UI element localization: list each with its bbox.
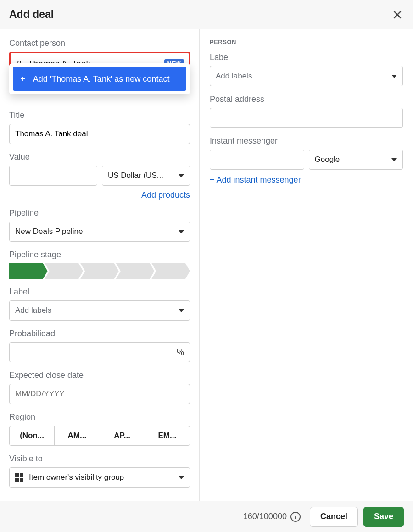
contact-suggestion-dropdown: + Add 'Thomas A. Tank' as new contact [9,63,190,94]
info-icon[interactable]: i [290,512,301,522]
visible-to-select[interactable]: Item owner's visibility group [9,467,190,488]
chevron-down-icon [179,230,184,233]
chevron-down-icon [179,309,184,312]
section-divider [242,42,403,42]
modal-title: Add deal [9,8,54,21]
pipeline-stage-label: Pipeline stage [9,250,190,260]
probability-input[interactable]: % [9,342,190,362]
im-value-input[interactable] [210,150,304,170]
region-option-ap[interactable]: AP... [100,426,145,446]
add-products-link[interactable]: Add products [141,190,190,200]
person-label-label: Label [210,53,403,62]
postal-address-field[interactable] [216,113,397,122]
instant-messenger-label: Instant messenger [210,136,403,146]
character-counter: 160/100000 i [243,512,301,522]
chevron-down-icon [179,174,184,177]
stage-2[interactable] [45,263,84,279]
probability-field[interactable] [15,348,177,357]
stage-4[interactable] [116,263,155,279]
expected-close-field[interactable] [15,389,184,399]
contact-person-label: Contact person [9,39,190,48]
deal-label-placeholder: Add labels [15,306,51,315]
currency-select[interactable]: US Dollar (US... [102,166,190,186]
im-type-select[interactable]: Google [309,150,403,170]
left-column: Contact person Thomas A. Tank NEW + Add … [0,29,200,501]
value-label: Value [9,152,190,162]
chevron-down-icon [179,476,184,479]
plus-icon: + [20,74,26,84]
postal-address-label: Postal address [210,94,403,104]
pipeline-stage-selector[interactable] [9,263,190,279]
expected-close-input[interactable] [9,384,190,404]
add-new-contact-option[interactable]: + Add 'Thomas A. Tank' as new contact [13,67,186,91]
percent-suffix: % [177,348,184,357]
probability-label: Probabilidad [9,329,190,338]
region-label: Region [9,412,190,422]
chevron-down-icon [391,158,397,161]
deal-label-select[interactable]: Add labels [9,300,190,321]
right-column: PERSON Label Add labels Postal address I… [200,29,413,501]
person-label-placeholder: Add labels [216,72,252,81]
expected-close-label: Expected close date [9,371,190,380]
stage-3[interactable] [80,263,119,279]
stage-5[interactable] [151,263,190,279]
person-label-select[interactable]: Add labels [210,66,403,86]
region-option-am[interactable]: AM... [54,426,100,446]
currency-value: US Dollar (US... [108,171,163,180]
postal-address-input[interactable] [210,108,403,128]
region-option-em[interactable]: EM... [145,426,190,446]
visibility-icon [15,473,24,482]
modal-header: Add deal [0,0,413,29]
im-value-field[interactable] [216,155,298,164]
chevron-down-icon [391,75,397,78]
im-type-value: Google [315,155,340,164]
title-label: Title [9,111,190,120]
value-input-field[interactable] [15,171,91,180]
modal-footer: 160/100000 i Cancel Save [0,501,413,532]
region-option-none[interactable]: (Non... [9,426,55,446]
stage-1[interactable] [9,263,48,279]
save-button[interactable]: Save [363,507,404,527]
add-instant-messenger-link[interactable]: + Add instant messenger [210,175,301,184]
pipeline-value: New Deals Pipeline [15,227,83,236]
pipeline-label: Pipeline [9,208,190,218]
value-input[interactable] [9,166,97,186]
add-contact-text: Add 'Thomas A. Tank' as new contact [33,73,170,84]
region-selector: (Non... AM... AP... EM... [9,426,190,446]
close-icon[interactable] [391,8,404,21]
pipeline-select[interactable]: New Deals Pipeline [9,222,190,242]
title-input[interactable] [9,124,190,144]
deal-label-label: Label [9,287,190,297]
cancel-button[interactable]: Cancel [310,507,358,527]
visible-to-value: Item owner's visibility group [29,473,124,482]
visible-to-label: Visible to [9,454,190,464]
person-section-title: PERSON [210,39,236,45]
title-input-field[interactable] [15,129,184,139]
